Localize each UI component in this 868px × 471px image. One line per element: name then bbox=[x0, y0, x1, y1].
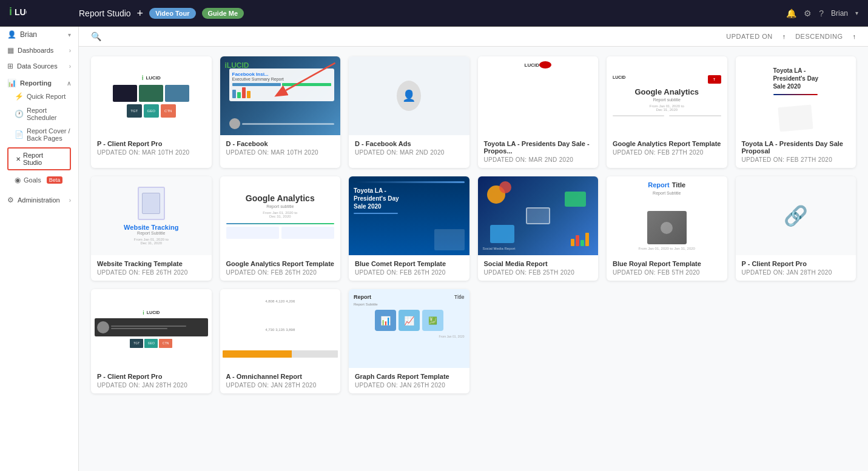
card-title: P - Client Report Pro bbox=[97, 373, 206, 380]
sidebar-user-label: Brian bbox=[20, 30, 37, 39]
card-social-media[interactable]: Social Media Report Social Media Report … bbox=[478, 176, 599, 281]
datasource-icon: ⊞ bbox=[7, 62, 13, 70]
card-info: Blue Royal Report Template UPDATED ON: F… bbox=[607, 255, 727, 281]
settings-icon[interactable]: ⚙ bbox=[804, 8, 812, 18]
card-thumbnail: i LUCID TGT GEO CTN bbox=[91, 56, 212, 135]
logo-area: i LUCID bbox=[0, 3, 73, 23]
beta-badge: Beta bbox=[47, 176, 63, 184]
card-facebook[interactable]: iLUCID Facebook Insi... Executive Summar… bbox=[220, 56, 341, 168]
sidebar-reporting-header[interactable]: 📊 Reporting ∧ bbox=[0, 74, 78, 89]
card-title: P - Client Report Pro bbox=[97, 140, 206, 147]
card-graph-cards[interactable]: Report Title Report Subtitle 📊 📈 💹 From … bbox=[349, 289, 469, 393]
card-info: Toyota LA - Presidents Day Sale - Propos… bbox=[478, 135, 599, 168]
card-info: Website Tracking Template UPDATED ON: FE… bbox=[91, 255, 212, 281]
card-date: UPDATED ON: FEB 25TH 2020 bbox=[484, 269, 593, 276]
sidebar-item-user[interactable]: 👤 Brian ▾ bbox=[0, 27, 78, 42]
datasource-arrow-icon: › bbox=[69, 63, 71, 70]
card-info: D - Facebook Ads UPDATED ON: MAR 2ND 202… bbox=[349, 135, 469, 161]
card-thumbnail: 🔗 bbox=[736, 176, 856, 255]
card-website-tracking[interactable]: Website Tracking Report Subtitle From Ja… bbox=[91, 176, 212, 281]
topbar-right-area: 🔔 ⚙ ? Brian ▾ bbox=[776, 8, 868, 18]
card-facebook-ads[interactable]: 👤 D - Facebook Ads UPDATED ON: MAR 2ND 2… bbox=[349, 56, 469, 168]
svg-text:LUCID: LUCID bbox=[15, 7, 27, 17]
sidebar-administration-label: Administration bbox=[18, 196, 60, 204]
goals-icon: ◉ bbox=[15, 176, 21, 184]
admin-arrow-icon: › bbox=[69, 197, 71, 204]
card-toyota-proposal[interactable]: Toyota LA -President's DaySale 2020 Toyo… bbox=[736, 56, 856, 168]
card-title: D - Facebook Ads bbox=[355, 140, 463, 147]
cards-grid: i LUCID TGT GEO CTN bbox=[79, 47, 868, 403]
card-google-analytics-1[interactable]: LUCID T Google Analytics Report subtitle… bbox=[607, 56, 727, 168]
card-thumbnail: Social Media Report bbox=[478, 176, 599, 255]
card-client-report-placeholder[interactable]: 🔗 P - Client Report Pro UPDATED ON: JAN … bbox=[736, 176, 856, 281]
card-info: Graph Cards Report Template UPDATED ON: … bbox=[349, 368, 469, 393]
add-report-button[interactable]: + bbox=[137, 8, 144, 19]
card-google-analytics-2[interactable]: Google Analytics Report subtitle From Ja… bbox=[220, 176, 341, 281]
search-icon: 🔍 bbox=[91, 32, 101, 41]
card-thumbnail: Report Title Report Subtitle 📊 📈 💹 From … bbox=[349, 289, 469, 368]
card-thumbnail: Website Tracking Report Subtitle From Ja… bbox=[91, 176, 212, 255]
card-title: Google Analytics Report Template bbox=[226, 260, 335, 267]
topbar-title-area: Report Studio + Video Tour Guide Me bbox=[73, 8, 776, 19]
user-dropdown-icon: ▾ bbox=[68, 32, 71, 38]
cover-icon: 📄 bbox=[15, 130, 24, 139]
card-client-report-pro-1[interactable]: i LUCID TGT GEO CTN bbox=[91, 56, 212, 168]
help-icon[interactable]: ? bbox=[819, 8, 824, 18]
sort-descending-label: DESCENDING bbox=[795, 33, 843, 40]
card-thumbnail: Toyota LA -President's DaySale 2020 bbox=[736, 56, 856, 135]
reporting-arrow-icon: ∧ bbox=[67, 80, 71, 87]
sidebar-goals-label: Goals bbox=[24, 176, 41, 184]
sidebar-report-studio-label: Report Studio bbox=[23, 152, 62, 166]
card-info: Blue Comet Report Template UPDATED ON: F… bbox=[349, 255, 469, 281]
card-blue-royal[interactable]: Report Title Report Subtitle From Jan 01… bbox=[607, 176, 727, 281]
search-area: 🔍 bbox=[91, 32, 226, 41]
sidebar-report-cover-label: Report Cover / Back Pages bbox=[27, 127, 71, 142]
card-thumbnail: LUCID T Google Analytics Report subtitle… bbox=[607, 56, 727, 135]
card-toyota-presidents-day[interactable]: LUCID Toyota LA - Presidents Day Sale - … bbox=[478, 56, 599, 168]
sidebar-item-dashboards[interactable]: ▦ Dashboards › bbox=[0, 42, 78, 58]
card-thumbnail: Toyota LA -President's DaySale 2020 bbox=[349, 176, 469, 255]
sort-updated-direction[interactable]: ↑ bbox=[782, 33, 786, 40]
sidebar-item-goals[interactable]: ◉ Goals Beta bbox=[0, 173, 78, 187]
card-info: Toyota LA - Presidents Day Sale Proposal… bbox=[736, 135, 856, 168]
card-date: UPDATED ON: FEB 27TH 2020 bbox=[613, 149, 721, 156]
user-info[interactable]: Brian bbox=[831, 9, 848, 18]
main-content: 🔍 UPDATED ON ↑ DESCENDING ↑ i LUCID bbox=[79, 0, 868, 471]
card-omnichannel[interactable]: 4,808 4,120 4,206 4,730 3,135 3,898 bbox=[220, 289, 341, 393]
card-info: P - Client Report Pro UPDATED ON: JAN 28… bbox=[91, 368, 212, 393]
sidebar-item-datasources[interactable]: ⊞ Data Sources › bbox=[0, 58, 78, 74]
card-date: UPDATED ON: JAN 28TH 2020 bbox=[226, 382, 335, 389]
guide-me-button[interactable]: Guide Me bbox=[202, 8, 244, 19]
content-header: 🔍 UPDATED ON ↑ DESCENDING ↑ bbox=[79, 27, 868, 47]
user-arrow-icon: ▾ bbox=[855, 10, 858, 16]
card-title: A - Omnichannel Report bbox=[226, 373, 335, 380]
card-thumbnail: Report Title Report Subtitle From Jan 01… bbox=[607, 176, 727, 255]
sidebar-item-quick-report[interactable]: ⚡ Quick Report bbox=[0, 89, 78, 104]
card-blue-comet[interactable]: Toyota LA -President's DaySale 2020 Blue… bbox=[349, 176, 469, 281]
sidebar-item-administration[interactable]: ⚙ Administration › bbox=[0, 192, 78, 208]
sidebar-dashboards-label: Dashboards bbox=[18, 47, 53, 54]
notification-icon[interactable]: 🔔 bbox=[786, 8, 796, 18]
card-title: Blue Royal Report Template bbox=[613, 260, 721, 267]
card-info: Social Media Report UPDATED ON: FEB 25TH… bbox=[478, 255, 599, 281]
card-date: UPDATED ON: FEB 27TH 2020 bbox=[742, 156, 850, 163]
sort-descending-direction[interactable]: ↑ bbox=[853, 33, 856, 40]
card-client-report-pro-2[interactable]: i LUCID TGT bbox=[91, 289, 212, 393]
card-date: UPDATED ON: JAN 28TH 2020 bbox=[742, 269, 850, 276]
card-date: UPDATED ON: FEB 26TH 2020 bbox=[226, 269, 335, 276]
close-icon: ✕ bbox=[16, 156, 21, 162]
card-date: UPDATED ON: JAN 28TH 2020 bbox=[97, 382, 206, 389]
sidebar: 👤 Brian ▾ ▦ Dashboards › ⊞ Data Sources … bbox=[0, 0, 79, 471]
sidebar-item-report-cover[interactable]: 📄 Report Cover / Back Pages bbox=[0, 124, 78, 145]
card-info: Google Analytics Report Template UPDATED… bbox=[607, 135, 727, 161]
card-title: Google Analytics Report Template bbox=[613, 140, 721, 147]
video-tour-button[interactable]: Video Tour bbox=[149, 8, 195, 19]
scheduler-icon: 🕐 bbox=[15, 110, 24, 118]
card-title: Website Tracking Template bbox=[97, 260, 206, 267]
card-title: Blue Comet Report Template bbox=[355, 260, 463, 267]
sidebar-item-report-scheduler[interactable]: 🕐 Report Scheduler bbox=[0, 104, 78, 124]
card-date: UPDATED ON: MAR 10TH 2020 bbox=[226, 149, 335, 156]
card-date: UPDATED ON: FEB 26TH 2020 bbox=[355, 269, 463, 276]
sidebar-item-report-studio[interactable]: ✕ Report Studio bbox=[7, 147, 71, 170]
search-input[interactable] bbox=[105, 32, 226, 41]
